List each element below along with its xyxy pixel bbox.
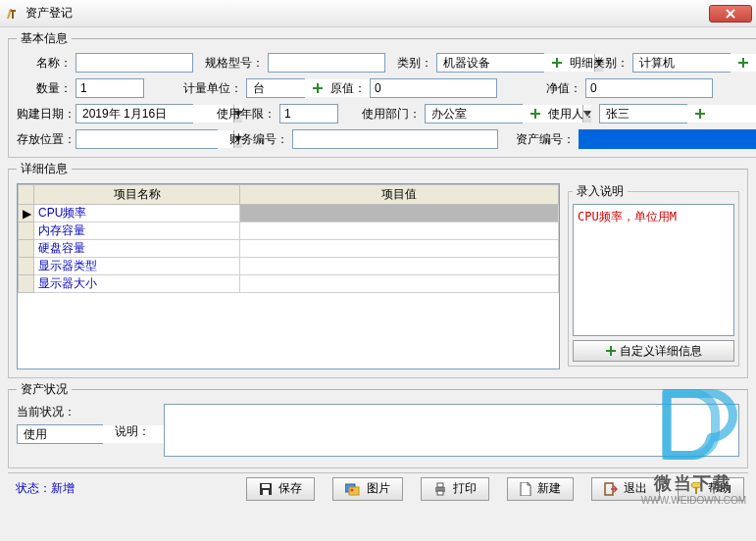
image-icon	[345, 482, 361, 496]
loc-combo[interactable]	[76, 129, 218, 149]
net-label: 净值：	[546, 80, 585, 97]
category-combo[interactable]	[436, 53, 544, 73]
titlebar: 资产登记	[0, 0, 756, 27]
table-row[interactable]: 内存容量	[19, 222, 559, 240]
row-indicator	[19, 275, 34, 293]
detail-info-group: 详细信息 项目名称 项目值 ▶CPU频率内存容量硬盘容量显示器类型显示器大小 录…	[8, 161, 748, 378]
unit-label: 计量单位：	[183, 80, 246, 97]
add-user-button[interactable]	[693, 107, 707, 121]
row-indicator: ▶	[19, 205, 34, 222]
desc-label: 说明：	[115, 404, 154, 440]
row-indicator	[19, 240, 34, 258]
add-subcat-button[interactable]	[736, 56, 750, 70]
item-name-cell[interactable]: CPU频率	[34, 205, 240, 222]
print-icon	[433, 482, 447, 496]
exit-icon	[604, 482, 618, 496]
save-icon	[259, 482, 273, 496]
item-name-cell[interactable]: 显示器类型	[34, 258, 240, 275]
detail-grid[interactable]: 项目名称 项目值 ▶CPU频率内存容量硬盘容量显示器类型显示器大小	[17, 183, 560, 369]
item-name-cell[interactable]: 内存容量	[34, 222, 240, 240]
years-label: 使用年限：	[217, 106, 279, 123]
row-indicator	[19, 258, 34, 275]
col-name[interactable]: 项目名称	[34, 185, 240, 205]
net-input[interactable]	[585, 78, 713, 98]
asset-number-display	[579, 129, 756, 149]
help-button[interactable]: 帮助	[678, 477, 744, 501]
basic-legend: 基本信息	[17, 30, 72, 47]
detail-legend: 详细信息	[17, 161, 72, 177]
desc-textarea[interactable]	[164, 404, 739, 457]
name-input[interactable]	[76, 53, 193, 73]
table-row[interactable]: 硬盘容量	[19, 240, 559, 258]
item-value-cell[interactable]	[240, 240, 559, 258]
svg-rect-11	[695, 487, 697, 494]
new-button[interactable]: 新建	[507, 477, 574, 501]
category-label: 类别：	[397, 55, 436, 72]
name-label: 名称：	[17, 55, 76, 72]
user-combo[interactable]	[599, 104, 687, 123]
svg-point-5	[351, 488, 354, 491]
svg-rect-2	[263, 490, 269, 495]
orig-label: 原值：	[330, 80, 370, 97]
loc-label: 存放位置：	[17, 131, 76, 148]
custom-detail-button[interactable]: 自定义详细信息	[573, 340, 734, 362]
table-row[interactable]: 显示器类型	[19, 258, 559, 275]
unit-combo[interactable]	[246, 78, 305, 98]
app-icon	[4, 6, 20, 22]
assetno-label: 资产编号：	[516, 131, 579, 148]
window-title: 资产登记	[25, 5, 709, 22]
cur-status-combo[interactable]	[17, 424, 103, 444]
instruction-group: 录入说明 CPU频率，单位用M 自定义详细信息	[568, 183, 739, 367]
svg-rect-4	[349, 487, 359, 495]
instruction-text: CPU频率，单位用M	[573, 204, 734, 336]
item-value-cell[interactable]	[240, 222, 559, 240]
table-row[interactable]: ▶CPU频率	[19, 205, 559, 222]
spec-input[interactable]	[268, 53, 385, 73]
add-category-button[interactable]	[550, 56, 564, 70]
years-input[interactable]	[279, 104, 338, 123]
col-value[interactable]: 项目值	[240, 185, 559, 205]
item-name-cell[interactable]: 硬盘容量	[34, 240, 240, 258]
subcat-label: 明细类别：	[570, 55, 632, 72]
help-icon	[690, 482, 702, 496]
plus-icon	[606, 346, 616, 356]
save-button[interactable]: 保存	[246, 477, 315, 501]
item-value-cell[interactable]	[240, 258, 559, 275]
row-indicator	[19, 222, 34, 240]
subcat-combo[interactable]	[632, 53, 731, 73]
add-dept-button[interactable]	[529, 107, 542, 121]
buydate-picker[interactable]	[76, 104, 193, 123]
table-row[interactable]: 显示器大小	[19, 275, 559, 293]
finno-input[interactable]	[292, 129, 498, 149]
cur-status-label: 当前状况：	[17, 404, 105, 420]
new-icon	[520, 482, 531, 496]
instr-legend: 录入说明	[573, 183, 628, 200]
basic-info-group: 基本信息 名称： 规格型号： 类别： 明细类别： 数量： 计量单位： 原值： 净…	[8, 30, 756, 158]
print-button[interactable]: 打印	[421, 477, 489, 501]
footer-toolbar: 状态：新增 保存 图片 打印 新建 退出 帮助	[8, 472, 748, 504]
dept-label: 使用部门：	[362, 106, 425, 123]
svg-rect-7	[437, 483, 443, 487]
buydate-label: 购建日期：	[17, 106, 76, 123]
item-value-cell[interactable]	[240, 205, 559, 222]
image-button[interactable]: 图片	[332, 477, 403, 501]
spec-label: 规格型号：	[205, 55, 268, 72]
qty-input[interactable]	[76, 78, 144, 98]
qty-label: 数量：	[17, 80, 76, 97]
item-value-cell[interactable]	[240, 275, 559, 293]
item-name-cell[interactable]: 显示器大小	[34, 275, 240, 293]
close-button[interactable]	[709, 5, 752, 23]
status-text: 状态：新增	[12, 480, 75, 497]
user-label: 使用人：	[548, 106, 599, 123]
rowheader-col	[19, 185, 34, 205]
svg-rect-1	[262, 484, 270, 488]
status-legend: 资产状况	[17, 381, 72, 398]
orig-input[interactable]	[370, 78, 497, 98]
asset-status-group: 资产状况 当前状况： 说明：	[8, 381, 748, 468]
dept-combo[interactable]	[425, 104, 523, 123]
svg-rect-8	[437, 491, 443, 495]
finno-label: 财务编号：	[229, 131, 292, 148]
exit-button[interactable]: 退出	[591, 477, 660, 501]
add-unit-button[interactable]	[311, 81, 325, 95]
